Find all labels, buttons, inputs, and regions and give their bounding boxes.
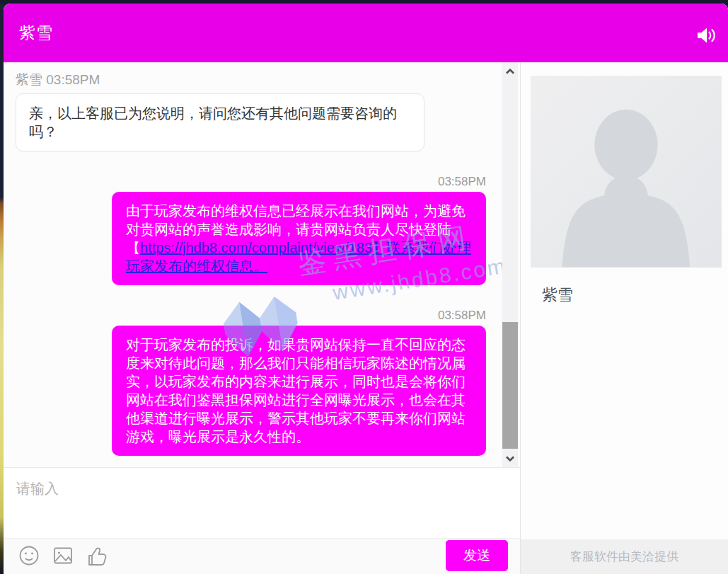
chat-scrollbar-track[interactable] [502,62,518,467]
outgoing-message-bubble: 对于玩家发布的投诉，如果贵网站保持一直不回应的态度来对待此问题，那么我们只能相信… [112,326,486,456]
message-time: 03:58PM [4,309,486,321]
smiley-icon [18,558,40,568]
message-composer: 发送 [4,467,520,574]
thumbs-up-icon [86,559,108,570]
outgoing-message-bubble: 由于玩家发布的维权信息已经展示在我们网站，为避免对贵网站的声誉造成影响，请贵网站… [112,192,486,285]
message-text: 亲，以上客服已为您说明，请问您还有其他问题需要咨询的吗？ [29,105,397,139]
emoji-button[interactable] [18,545,40,568]
message-meta: 紫雪 03:58PM [16,71,520,89]
incoming-message-bubble: 亲，以上客服已为您说明，请问您还有其他问题需要咨询的吗？ [16,93,424,151]
agent-title: 紫雪 [19,22,53,44]
message-text: 对于玩家发布的投诉，如果贵网站保持一直不回应的态度来对待此问题，那么我们只能相信… [126,337,466,444]
scrollbar-thumb[interactable] [502,322,518,449]
message-time: 03:58PM [46,72,100,87]
provider-footer: 客服软件由美洽提供 [521,539,728,574]
sender-name: 紫雪 [16,72,42,87]
avatar [531,76,722,268]
scroll-down-button[interactable] [502,450,518,467]
rate-button[interactable] [86,545,108,568]
chat-history: 紫雪 03:58PM 亲，以上客服已为您说明，请问您还有其他问题需要咨询的吗？ … [4,62,520,467]
composer-toolbar [4,538,520,574]
sound-toggle-button[interactable] [695,26,720,45]
image-icon [52,558,74,568]
message-time: 03:58PM [4,176,486,188]
message-input[interactable] [4,468,520,536]
chat-widget: 紫雪 紫雪 03:58PM 亲，以上客服已为您说明，请问您还有其他问题需要咨询的… [4,4,728,574]
agent-name: 紫雪 [542,285,573,306]
scroll-up-button[interactable] [502,62,518,79]
chat-header: 紫雪 [4,4,728,62]
chevron-down-icon [505,454,515,464]
chevron-up-icon [505,66,515,76]
send-button[interactable]: 发送 [446,540,508,571]
image-upload-button[interactable] [52,545,74,568]
complaint-link[interactable]: https://jhdb8.com/complaint/view/183】联系我… [126,240,471,274]
agent-sidebar: 紫雪 客服软件由美洽提供 [520,62,728,574]
speaker-icon [696,36,719,47]
person-silhouette-icon [531,258,722,268]
